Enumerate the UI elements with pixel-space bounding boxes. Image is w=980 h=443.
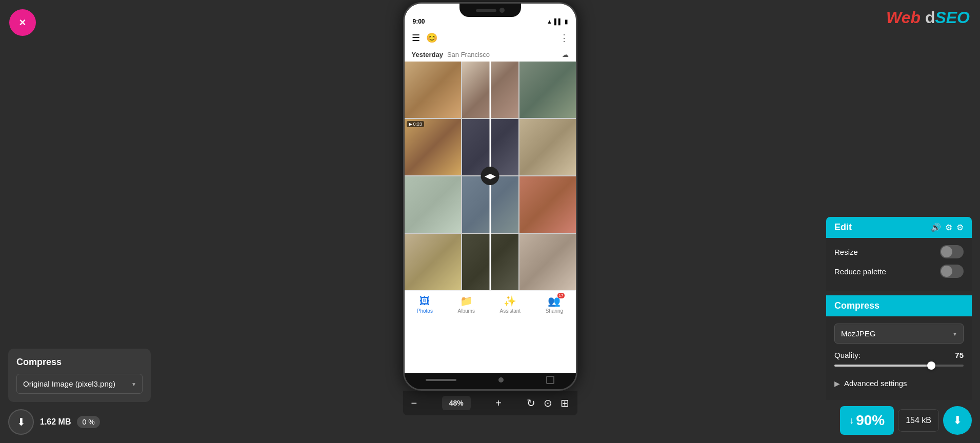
refresh-icon[interactable]: ↻ (527, 397, 535, 409)
layout-icon[interactable]: ⊞ (561, 397, 569, 409)
tab-photos[interactable]: 🖼 Photos (417, 295, 433, 314)
file-size-compressed-badge: 154 kB (898, 409, 939, 432)
sharing-tab-label: Sharing (546, 308, 563, 314)
wifi-icon: ▲ (547, 18, 552, 25)
tab-assistant[interactable]: ✨ Assistant (500, 295, 521, 314)
close-icon: × (19, 16, 26, 29)
download-icon: ⬇ (17, 416, 26, 428)
albums-tab-label: Albums (458, 308, 475, 314)
phone-preview: 9:00 ▲ ▌▌ ▮ ☰ 😊 ⋮ (403, 0, 577, 443)
photos-tab-icon: 🖼 (419, 295, 430, 307)
resize-toggle-row: Resize (834, 245, 964, 258)
download-right-icon: ⬇ (953, 414, 962, 427)
resize-label: Resize (834, 248, 858, 256)
photo-grid-container: ▶ 0:23 (405, 62, 576, 290)
file-size-value: 1.62 MB (40, 417, 71, 426)
menu-icon[interactable]: ☰ (412, 32, 420, 44)
zoom-unit: % (457, 399, 463, 407)
settings-icon[interactable]: ⚙ (945, 223, 952, 232)
emoji-icon: 😊 (426, 32, 437, 44)
close-button[interactable]: × (9, 9, 36, 36)
photo-cell-3[interactable] (519, 62, 576, 118)
compress-header-label: Compress (834, 300, 879, 311)
brand-logo: Web dSEO (826, 8, 972, 27)
photo-cell-9[interactable] (519, 176, 576, 233)
assistant-tab-label: Assistant (500, 308, 521, 314)
location-label: San Francisco (447, 51, 490, 58)
zoom-out-button[interactable]: − (411, 397, 417, 409)
phone-screen: 9:00 ▲ ▌▌ ▮ ☰ 😊 ⋮ (405, 4, 576, 373)
date-row: Yesterday San Francisco ☁ (405, 48, 576, 62)
left-panel: Compress Original Image (pixel3.png) ⬇ 1… (0, 340, 159, 443)
video-duration-badge: ▶ 0:23 (407, 121, 425, 127)
tab-sharing[interactable]: 👥 Sharing (546, 295, 563, 314)
battery-icon: ▮ (565, 18, 568, 25)
savings-arrow-icon: ↓ (849, 415, 854, 426)
quality-row: Quality: 75 (834, 351, 964, 359)
advanced-settings-label[interactable]: Advanced settings (844, 379, 907, 388)
compare-arrows-icon: ◀▶ (485, 172, 496, 180)
phone-notch (459, 4, 521, 17)
header-more-icon[interactable]: ⋮ (559, 32, 569, 44)
compare-handle[interactable]: ◀▶ (481, 167, 499, 185)
settings2-icon[interactable]: ⚙ (956, 223, 964, 232)
play-icon: ▶ (409, 122, 412, 127)
slider-thumb[interactable] (927, 361, 935, 370)
codec-select[interactable]: MozJPEG (834, 324, 964, 344)
compress-section: Compress Original Image (pixel3.png) (8, 349, 151, 402)
edit-icons: 🔊 ⚙ ⚙ (931, 223, 964, 232)
cloud-icon[interactable]: ☁ (562, 51, 569, 58)
compress-header: Compress (826, 295, 972, 316)
compress-section-title: Compress (16, 357, 143, 368)
phone-nav-bar (405, 373, 576, 389)
compress-body: MozJPEG Quality: 75 ▶ Advanced settings (826, 316, 972, 400)
image-select-wrapper: Original Image (pixel3.png) (16, 374, 143, 394)
zoom-in-button[interactable]: + (495, 397, 502, 409)
savings-pct: 90% (856, 412, 885, 429)
tab-albums[interactable]: 📁 Albums (458, 295, 475, 314)
percent-value: 0 % (82, 418, 94, 426)
nav-back (426, 379, 456, 381)
edit-body: Resize Reduce palette (826, 238, 972, 291)
photo-cell-6[interactable] (519, 119, 576, 175)
download-button-right[interactable]: ⬇ (943, 406, 972, 435)
assistant-tab-icon: ✨ (504, 295, 516, 307)
app-header: ☰ 😊 ⋮ (405, 28, 576, 48)
photo-cell-10[interactable] (405, 234, 461, 290)
compare-divider[interactable]: ◀▶ (489, 62, 491, 290)
speaker-icon[interactable]: 🔊 (931, 223, 941, 232)
status-icons: ▲ ▌▌ ▮ (547, 18, 567, 25)
quality-value: 75 (955, 351, 964, 359)
zoom-value: 48 (449, 399, 457, 407)
edit-label: Edit (834, 222, 852, 233)
sharing-tab-icon: 👥 (548, 295, 561, 307)
quality-slider[interactable] (834, 365, 964, 367)
download-button-left[interactable]: ⬇ (8, 409, 34, 435)
chevron-right-icon: ▶ (834, 379, 840, 388)
photo-cell-12[interactable] (519, 234, 576, 290)
savings-badge: ↓ 90% (840, 406, 894, 435)
brand-d: d (921, 8, 935, 27)
ctrl-icons: ↻ ⊙ ⊞ (527, 397, 569, 409)
bottom-controls: − 48% + ↻ ⊙ ⊞ (403, 391, 577, 415)
zoom-display: 48% (442, 396, 471, 410)
bottom-tabs: 🖼 Photos 📁 Albums ✨ Assistant 👥 Sharing (405, 290, 576, 316)
quality-label: Quality: (834, 351, 861, 359)
photo-cell-7[interactable] (405, 176, 461, 233)
signal-icon: ▌▌ (554, 18, 563, 25)
photo-cell-1[interactable] (405, 62, 461, 118)
slider-fill (834, 365, 931, 367)
brand-seo: SEO (935, 8, 970, 27)
advanced-settings-row[interactable]: ▶ Advanced settings (834, 374, 964, 393)
file-size-info: 1.62 MB (40, 417, 71, 427)
photos-tab-label: Photos (417, 308, 433, 314)
phone-frame: 9:00 ▲ ▌▌ ▮ ☰ 😊 ⋮ (403, 2, 577, 391)
date-label: Yesterday (412, 51, 443, 58)
resize-toggle[interactable] (940, 245, 964, 258)
reduce-palette-label: Reduce palette (834, 267, 886, 276)
image-select[interactable]: Original Image (pixel3.png) (16, 374, 143, 394)
photo-cell-4[interactable]: ▶ 0:23 (405, 119, 461, 175)
bottom-action-row: ⬇ 1.62 MB 0 % (8, 409, 151, 435)
fullscreen-icon[interactable]: ⊙ (544, 397, 552, 409)
reduce-palette-toggle[interactable] (940, 265, 964, 278)
